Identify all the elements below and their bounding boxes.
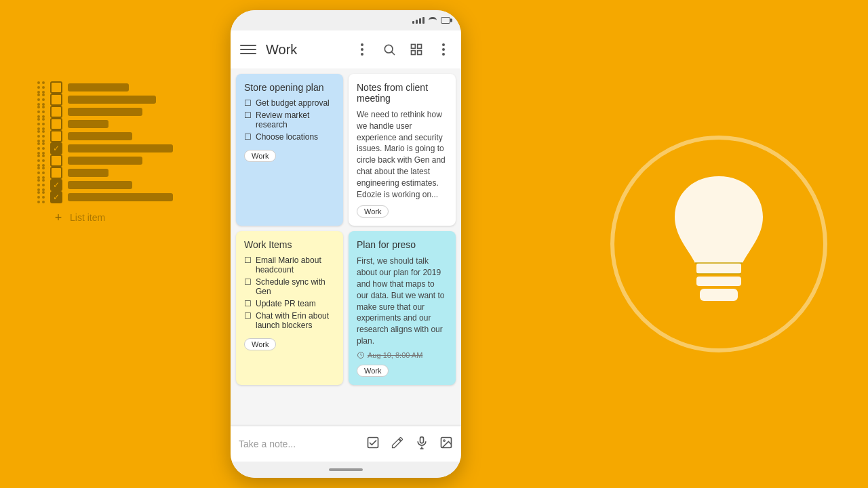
note-store-opening[interactable]: Store opening plan Get budget approval R… (236, 74, 343, 226)
item-bar (68, 169, 108, 177)
checklist-item: Choose locations (244, 132, 335, 142)
drag-handle-icon (37, 118, 45, 130)
pen-icon (391, 436, 404, 449)
checklist-row (37, 130, 173, 142)
phone-home-bar (231, 462, 461, 478)
note-title: Work Items (244, 239, 335, 250)
note-title: Plan for preso (357, 239, 448, 250)
checkbox-5[interactable] (50, 142, 62, 155)
drag-handle-icon (37, 81, 45, 94)
item-bar (68, 96, 156, 104)
item-bar (68, 120, 108, 128)
checkbox-7[interactable] (50, 167, 62, 179)
svg-rect-13 (420, 436, 424, 443)
svg-rect-12 (368, 437, 378, 447)
image-icon (439, 436, 453, 449)
item-bar (68, 83, 129, 92)
note-plan-preso[interactable]: Plan for preso First, we should talk abo… (349, 231, 456, 384)
more-button[interactable] (431, 37, 456, 62)
wifi-icon (429, 17, 437, 24)
grid-icon (410, 43, 423, 56)
drag-handle-icon (37, 94, 45, 106)
checkbox-6[interactable] (50, 155, 62, 167)
phone-frame: Work (231, 10, 461, 478)
lightbulb-circle (610, 136, 827, 352)
checklist-row (37, 167, 173, 179)
more-button-header[interactable] (350, 37, 374, 62)
checklist-item: Chat with Erin about launch blockers (244, 311, 335, 330)
svg-rect-0 (696, 263, 741, 274)
svg-line-4 (392, 52, 395, 55)
drag-handle-icon (37, 167, 45, 179)
checkbox-2[interactable] (50, 106, 62, 118)
svg-rect-2 (700, 289, 738, 301)
status-bar (231, 10, 461, 30)
search-button[interactable] (377, 37, 401, 62)
note-body: First, we should talk about our plan for… (357, 256, 448, 346)
drag-handle-icon (37, 130, 45, 142)
battery-icon (441, 17, 450, 24)
checkbox-8[interactable] (50, 179, 62, 191)
bottom-actions (366, 436, 453, 453)
search-icon (382, 43, 396, 56)
drag-handle-icon (37, 155, 45, 167)
checklist-row (37, 155, 173, 167)
checklist-row (37, 179, 173, 191)
checkbox-icon (366, 436, 380, 449)
layout-button[interactable] (404, 37, 429, 62)
take-note-placeholder[interactable]: Take a note... (239, 439, 366, 449)
checkbox-button[interactable] (366, 436, 380, 453)
bottom-bar: Take a note... (231, 426, 461, 462)
note-work-items[interactable]: Work Items Email Mario about headcount S… (236, 231, 343, 384)
drag-handle-icon (37, 179, 45, 191)
svg-rect-1 (696, 277, 741, 286)
note-tag[interactable]: Work (244, 338, 276, 350)
note-title: Notes from client meeting (357, 82, 448, 104)
checkbox-1[interactable] (50, 94, 62, 106)
item-bar (68, 144, 173, 152)
checklist-item: Review market research (244, 110, 335, 129)
checklist-row (37, 191, 173, 203)
note-client-meeting[interactable]: Notes from client meeting We need to ret… (349, 74, 456, 226)
note-tag[interactable]: Work (357, 365, 389, 377)
hamburger-icon (237, 39, 259, 60)
checklist-row (37, 142, 173, 155)
page-title: Work (266, 42, 350, 58)
svg-line-11 (361, 355, 362, 356)
checklist-item: Email Mario about headcount (244, 256, 335, 274)
note-tag[interactable]: Work (244, 150, 276, 162)
checklist-row (37, 81, 173, 94)
checkbox-3[interactable] (50, 118, 62, 130)
mic-icon (415, 436, 429, 449)
mic-button[interactable] (415, 436, 429, 453)
menu-button[interactable] (236, 37, 260, 62)
item-bar (68, 157, 142, 165)
signal-icon (412, 17, 425, 24)
checklist-item: Get budget approval (244, 98, 335, 108)
notes-area: Store opening plan Get budget approval R… (231, 68, 461, 426)
svg-point-17 (443, 439, 446, 441)
checkbox-9[interactable] (50, 191, 62, 203)
svg-rect-6 (418, 45, 422, 49)
note-title: Store opening plan (244, 82, 335, 93)
note-reminder: Aug 10, 8:00 AM (357, 351, 448, 359)
lightbulb-decoration (610, 136, 827, 352)
checkbox-4[interactable] (50, 130, 62, 142)
add-item-row[interactable]: + List item (37, 211, 173, 224)
svg-rect-5 (412, 45, 416, 49)
item-bar (68, 108, 142, 116)
note-tag[interactable]: Work (357, 205, 389, 218)
svg-rect-7 (412, 51, 416, 55)
pen-button[interactable] (391, 436, 404, 453)
notes-grid: Store opening plan Get budget approval R… (236, 74, 456, 385)
more-dots-icon (361, 43, 363, 56)
image-button[interactable] (439, 436, 453, 453)
checkbox-0[interactable] (50, 81, 62, 94)
drag-handle-icon (37, 191, 45, 203)
checklist-row (37, 106, 173, 118)
lightbulb-icon (651, 163, 787, 325)
checklist-item: Update PR team (244, 299, 335, 308)
svg-rect-8 (418, 51, 422, 55)
add-list-item-label: List item (70, 212, 105, 223)
app-header: Work (231, 30, 461, 68)
